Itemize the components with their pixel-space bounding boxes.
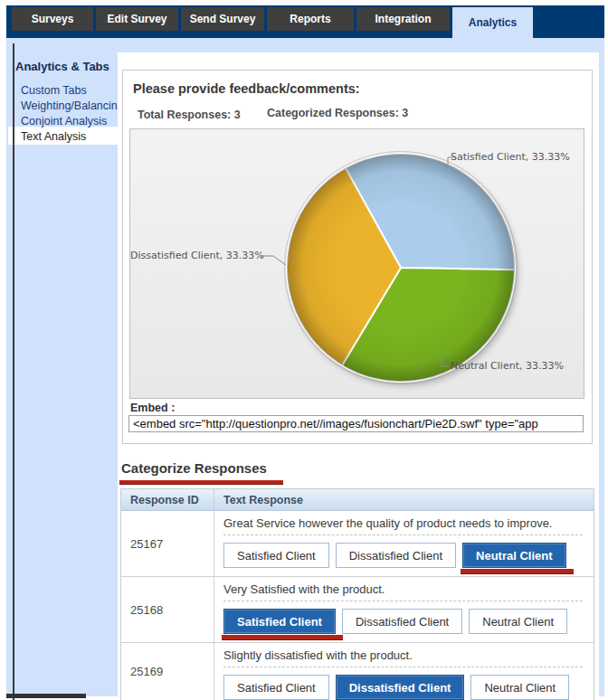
dissatisfied-client-button[interactable]: Dissatisfied Client <box>336 675 465 700</box>
tab-analytics[interactable]: Analytics <box>452 7 533 38</box>
pie-label-dissatisfied: Dissatisfied Client, 33.33% <box>130 250 259 261</box>
response-id: 25167 <box>121 511 214 576</box>
dashed-divider <box>223 601 583 601</box>
category-buttons: Satisfied Client Dissatisfied Client Neu… <box>223 609 583 634</box>
table-row: 25169 Slightly dissatisfied with the pro… <box>121 643 594 700</box>
pie-label-satisfied: Satisfied Client, 33.33% <box>451 151 570 163</box>
main-content: Please provide feedback/comments: Total … <box>118 52 599 696</box>
sidebar-item-text-analysis[interactable]: Text Analysis <box>21 130 117 145</box>
dashed-divider <box>223 534 583 535</box>
satisfied-client-button[interactable]: Satisfied Client <box>223 675 329 700</box>
table-header-row: Response ID Text Response <box>121 489 594 511</box>
satisfied-client-button[interactable]: Satisfied Client <box>223 543 329 568</box>
column-header-text-response: Text Response <box>214 489 594 510</box>
screenshot-bottom-border <box>6 694 86 698</box>
categorize-responses-title: Categorize Responses <box>121 460 267 476</box>
app-container: Surveys Edit Survey Send Survey Reports … <box>6 5 604 696</box>
embed-label: Embed : <box>130 402 175 414</box>
column-header-response-id: Response ID <box>121 489 214 510</box>
tab-surveys[interactable]: Surveys <box>12 7 93 31</box>
callout-line-dissatisfied <box>261 256 286 265</box>
pie-chart-area: Satisfied Client, 33.33% Dissatisfied Cl… <box>129 128 584 399</box>
category-buttons: Satisfied Client Dissatisfied Client Neu… <box>223 675 583 700</box>
response-text-cell: Great Service however the quality of pro… <box>214 511 594 576</box>
question-title: Please provide feedback/comments: <box>133 81 360 96</box>
neutral-client-button[interactable]: Neutral Client <box>469 609 567 634</box>
sidebar-item-custom-tabs[interactable]: Custom Tabs <box>21 84 117 99</box>
category-buttons: Satisfied Client Dissatisfied Client Neu… <box>223 543 583 568</box>
dissatisfied-client-button[interactable]: Dissatisfied Client <box>342 609 462 634</box>
sidebar-item-conjoint-analysis[interactable]: Conjoint Analysis <box>21 115 117 129</box>
top-nav-tabs: Surveys Edit Survey Send Survey Reports … <box>12 7 533 38</box>
responses-table: Response ID Text Response 25167 Great Se… <box>120 488 594 700</box>
total-responses-label: Total Responses: 3 <box>138 109 241 121</box>
tab-edit-survey[interactable]: Edit Survey <box>96 7 178 31</box>
tab-reports[interactable]: Reports <box>267 7 354 31</box>
pie-slices <box>287 154 515 382</box>
table-row: 25167 Great Service however the quality … <box>121 511 594 577</box>
red-underline-annotation <box>119 480 283 485</box>
response-text-cell: Very Satisfied with the product. Satisfi… <box>214 577 594 642</box>
sidebar-item-weighting-balancing[interactable]: Weighting/Balancing <box>21 99 117 114</box>
neutral-client-button[interactable]: Neutral Client <box>462 543 566 568</box>
pie-label-neutral: Neutral Client, 33.33% <box>451 360 564 372</box>
tab-integration[interactable]: Integration <box>356 7 450 31</box>
satisfied-client-button[interactable]: Satisfied Client <box>223 609 336 634</box>
screen: Surveys Edit Survey Send Survey Reports … <box>0 0 608 700</box>
response-id: 25169 <box>121 643 214 700</box>
table-row: 25168 Very Satisfied with the product. S… <box>121 577 594 643</box>
sidebar-heading: Analytics & Tabs <box>15 60 117 73</box>
feedback-panel: Please provide feedback/comments: Total … <box>122 70 593 444</box>
dissatisfied-client-button[interactable]: Dissatisfied Client <box>336 543 456 568</box>
response-id: 25168 <box>121 577 214 642</box>
embed-code-input[interactable] <box>128 415 584 432</box>
response-text: Very Satisfied with the product. <box>223 582 583 596</box>
response-text-cell: Slightly dissatisfied with the product. … <box>214 643 594 700</box>
categorized-responses-label: Categorized Responses: 3 <box>267 107 408 119</box>
response-text: Great Service however the quality of pro… <box>223 516 583 530</box>
screenshot-left-border <box>13 43 14 700</box>
neutral-client-button[interactable]: Neutral Client <box>470 675 569 700</box>
tab-send-survey[interactable]: Send Survey <box>181 7 264 31</box>
dashed-divider <box>223 667 583 667</box>
response-text: Slightly dissatisfied with the product. <box>223 648 583 662</box>
